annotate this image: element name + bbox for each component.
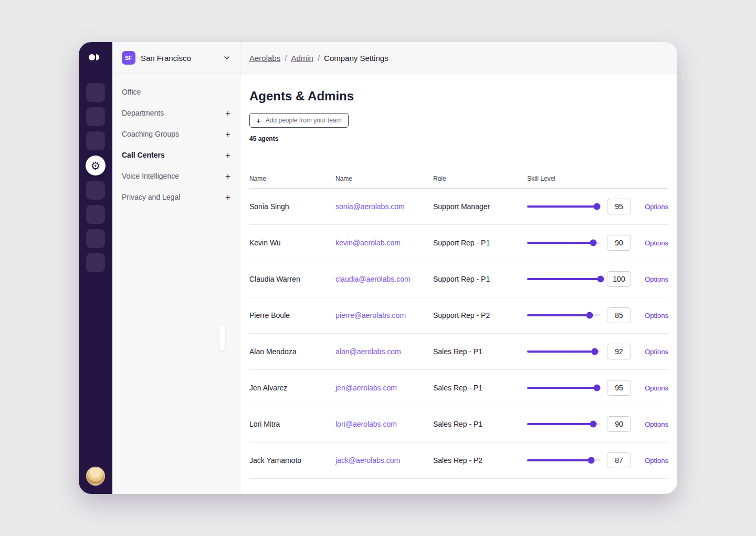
add-people-label: Add people from your team <box>266 117 342 124</box>
table-row: Alan Mendozaalan@aerolabs.comSales Rep -… <box>249 334 668 370</box>
workspace-name: San Francisco <box>141 54 191 63</box>
table-body: Sonia Singhsonia@aerolabs.comSupport Man… <box>249 189 668 479</box>
sidebar-item-privacy-and-legal[interactable]: Privacy and Legal+ <box>112 187 240 208</box>
options-link[interactable]: Options <box>645 420 668 428</box>
skill-slider[interactable] <box>527 459 601 461</box>
plus-icon[interactable]: + <box>225 172 230 181</box>
skill-level-cell <box>527 307 635 323</box>
agent-name: Pierre Boule <box>249 311 335 319</box>
sidebar-item-voice-intelligence[interactable]: Voice Intelligence+ <box>112 166 240 187</box>
sidebar-item-office[interactable]: Office <box>112 81 240 102</box>
slider-thumb[interactable] <box>586 312 593 319</box>
skill-slider[interactable] <box>527 387 601 389</box>
skill-value-input[interactable] <box>607 307 631 323</box>
plus-icon[interactable]: + <box>225 193 230 202</box>
options-cell: Options <box>635 456 668 465</box>
slider-fill <box>527 423 593 425</box>
options-cell: Options <box>635 239 668 247</box>
agents-count: 45 agents <box>249 135 668 142</box>
skill-slider[interactable] <box>527 278 601 280</box>
agent-name: Kevin Wu <box>249 239 335 247</box>
icon-rail: ⚙ <box>79 42 112 494</box>
agent-email-link[interactable]: alan@aerolabs.com <box>335 347 433 356</box>
options-link[interactable]: Options <box>645 203 668 211</box>
skill-slider[interactable] <box>527 314 601 316</box>
workspace-switcher[interactable]: SF San Francisco <box>112 42 240 74</box>
app-window: ⚙ SF San Francisco OfficeDepartments+Coa… <box>79 42 677 494</box>
agent-name: Jen Alvarez <box>249 384 335 392</box>
skill-value-input[interactable] <box>607 380 631 396</box>
options-link[interactable]: Options <box>645 384 668 392</box>
scrollbar-thumb[interactable] <box>219 325 225 351</box>
rail-nav-icon-4[interactable] <box>86 181 105 200</box>
slider-thumb[interactable] <box>590 240 597 246</box>
agent-email-link[interactable]: claudia@aerolabs.com <box>335 275 433 283</box>
settings-icon[interactable]: ⚙ <box>86 156 106 176</box>
agent-email-link[interactable]: kevin@aerolab.com <box>335 239 433 247</box>
slider-thumb[interactable] <box>591 348 598 355</box>
slider-fill <box>527 278 601 280</box>
sidebar-item-label: Office <box>122 88 141 96</box>
options-link[interactable]: Options <box>645 348 668 356</box>
skill-value-input[interactable] <box>607 271 631 287</box>
user-avatar[interactable] <box>86 467 105 486</box>
agent-name: Jack Yamamoto <box>249 456 335 465</box>
agent-email-link[interactable]: jack@aerolabs.com <box>335 456 433 465</box>
skill-slider[interactable] <box>527 423 601 425</box>
rail-nav-icon-1[interactable] <box>86 83 105 102</box>
rail-nav-icon-2[interactable] <box>86 107 105 126</box>
rail-nav-icon-3[interactable] <box>86 131 105 150</box>
dialpad-logo[interactable] <box>88 53 103 62</box>
slider-thumb[interactable] <box>594 203 601 210</box>
sidebar-item-coaching-groups[interactable]: Coaching Groups+ <box>112 123 240 145</box>
dialpad-logo-icon <box>88 53 103 62</box>
rail-nav-icon-7[interactable] <box>86 253 105 272</box>
plus-icon[interactable]: + <box>225 130 230 139</box>
options-link[interactable]: Options <box>645 275 668 283</box>
sidebar-item-call-centers[interactable]: Call Centers+ <box>112 145 240 166</box>
content-area: Agents & Admins + Add people from your t… <box>240 74 677 479</box>
agent-name: Sonia Singh <box>249 202 335 211</box>
slider-thumb[interactable] <box>597 276 604 283</box>
agent-email-link[interactable]: sonia@aerolabs.com <box>335 202 433 211</box>
skill-level-cell <box>527 416 635 432</box>
slider-thumb[interactable] <box>590 421 597 428</box>
skill-level-cell <box>527 235 635 251</box>
slider-thumb[interactable] <box>594 385 601 391</box>
options-cell: Options <box>635 420 668 428</box>
plus-icon[interactable]: + <box>225 151 230 160</box>
skill-value-input[interactable] <box>607 199 631 214</box>
page-background: ⚙ SF San Francisco OfficeDepartments+Coa… <box>0 0 756 536</box>
agent-email-link[interactable]: jen@aerolabs.com <box>335 384 433 392</box>
rail-nav-icon-6[interactable] <box>86 229 105 248</box>
slider-fill <box>527 351 595 353</box>
skill-value-input[interactable] <box>607 452 631 468</box>
skill-slider[interactable] <box>527 242 601 244</box>
sidebar-item-label: Voice Intelligence <box>122 172 179 180</box>
slider-thumb[interactable] <box>587 457 594 464</box>
sidebar-item-departments[interactable]: Departments+ <box>112 102 240 123</box>
breadcrumb-link-aerolabs[interactable]: Aerolabs <box>249 54 280 63</box>
skill-value-input[interactable] <box>607 416 631 432</box>
agent-email-link[interactable]: pierre@aerolabs.com <box>335 311 433 319</box>
breadcrumb-current: Company Settings <box>324 54 388 63</box>
skill-value-input[interactable] <box>607 344 631 359</box>
options-link[interactable]: Options <box>645 457 668 465</box>
rail-nav-icon-5[interactable] <box>86 205 105 224</box>
sidebar-item-label: Coaching Groups <box>122 130 179 138</box>
add-people-button[interactable]: + Add people from your team <box>249 113 349 128</box>
agent-role: Support Rep - P2 <box>433 311 527 319</box>
breadcrumb: Aerolabs / Admin / Company Settings <box>240 42 677 74</box>
table-row: Lori Mitralori@aerolabs.comSales Rep - P… <box>249 406 668 442</box>
table-row: Sonia Singhsonia@aerolabs.comSupport Man… <box>249 189 668 225</box>
breadcrumb-link-admin[interactable]: Admin <box>291 54 313 63</box>
agent-email-link[interactable]: lori@aerolabs.com <box>335 420 433 428</box>
header-skill-level: Skill Level <box>527 175 635 182</box>
skill-value-input[interactable] <box>607 235 631 251</box>
options-link[interactable]: Options <box>645 239 668 247</box>
workspace-badge: SF <box>122 51 135 65</box>
options-link[interactable]: Options <box>645 312 668 319</box>
skill-slider[interactable] <box>527 205 601 208</box>
plus-icon[interactable]: + <box>225 109 230 118</box>
skill-slider[interactable] <box>527 351 601 353</box>
